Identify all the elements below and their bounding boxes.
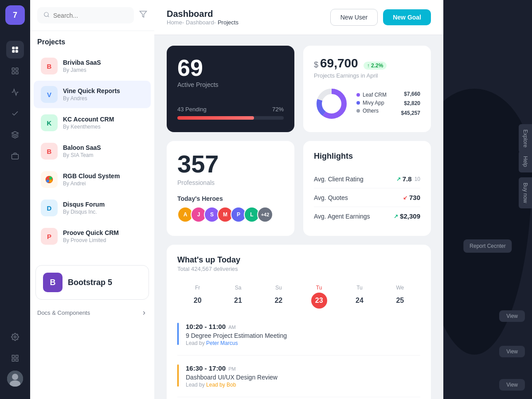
project-item[interactable]: RGB Cloud System By Andrei xyxy=(34,166,151,193)
professionals-label: Professionals xyxy=(177,179,284,186)
main-content: Dashboard Home- Dashboard- Projects New … xyxy=(154,0,443,399)
sidebar-icon-settings[interactable] xyxy=(6,328,24,346)
sidebar-avatar[interactable]: 7 xyxy=(5,5,25,25)
dashboard-body: 69 Active Projects 43 Pending 72% $ 69,7… xyxy=(154,35,443,399)
project-item[interactable]: K KC Account CRM By Keenthemes xyxy=(34,109,151,137)
project-item[interactable]: V Vine Quick Reports By Andres xyxy=(34,81,151,108)
earnings-label: Projects Earnings in April xyxy=(314,72,420,79)
highlight-label: Avg. Client Rating xyxy=(314,176,364,183)
calendar-day[interactable]: Tu 23 xyxy=(299,281,339,312)
progress-pct: 72% xyxy=(272,106,284,113)
project-icon: B xyxy=(41,58,58,74)
heroes-label: Today's Heroes xyxy=(177,195,284,202)
earnings-amount: 69,700 xyxy=(320,56,358,70)
event-lead-link[interactable]: Lead by Bob xyxy=(206,382,236,388)
event-ampm: PM xyxy=(228,366,236,372)
project-info: KC Account CRM By Keenthemes xyxy=(63,116,144,130)
events-list: 10:20 - 11:00 AM 9 Degree Project Estima… xyxy=(177,323,420,399)
day-number: 21 xyxy=(230,293,246,309)
legend-mivy-label: Mivy App xyxy=(363,100,384,106)
sidebar-icon-briefcase[interactable] xyxy=(6,147,24,165)
bootstrap-label: Bootstrap 5 xyxy=(68,278,112,287)
amount-mivy: $2,820 xyxy=(401,99,420,109)
event-lead: Lead by Lead by Bob xyxy=(186,382,278,388)
day-name: Sa xyxy=(218,285,258,291)
event-item: 16:30 - 17:00 PM Dashboard UI/UX Design … xyxy=(177,364,420,397)
progress-bar-fill xyxy=(177,116,254,120)
highlight-row: Avg. Agent Earnings ↗ $2,309 xyxy=(314,207,420,225)
legend-mivy: Mivy App xyxy=(356,100,394,106)
event-title: 9 Degree Project Estimation Meeting xyxy=(186,332,287,339)
earnings-badge: ↑ 2.2% xyxy=(364,62,387,70)
view-button-2[interactable]: View xyxy=(499,346,525,357)
day-name: Tu xyxy=(299,285,339,291)
project-icon: V xyxy=(41,86,58,103)
buynow-tab[interactable]: Buy now xyxy=(519,177,532,208)
calendar-day[interactable]: Su 22 xyxy=(258,281,299,312)
right-panel: Explore Help Buy now Report Cecnter View… xyxy=(443,0,532,399)
view-button-3[interactable]: View xyxy=(499,379,525,391)
help-tab[interactable]: Help xyxy=(519,151,532,172)
day-number: 25 xyxy=(392,293,408,309)
legend-leaf-label: Leaf CRM xyxy=(363,92,387,98)
svg-rect-9 xyxy=(12,154,19,159)
search-input[interactable] xyxy=(53,12,128,19)
donut-section: Leaf CRM Mivy App Others $7,660 xyxy=(314,86,420,121)
header-actions: New User New Goal xyxy=(330,9,431,26)
project-item[interactable]: B Baloon SaaS By SIA Team xyxy=(34,137,151,165)
sidebar-icon-grid2[interactable] xyxy=(6,349,24,367)
user-avatar[interactable] xyxy=(7,371,23,387)
day-number: 22 xyxy=(270,293,286,309)
highlights-title: Highlights xyxy=(314,152,420,161)
calendar-day[interactable]: Sa 21 xyxy=(218,281,258,312)
highlight-row: Avg. Quotes ↙ 730 xyxy=(314,188,420,207)
calendar-day[interactable]: Tu 24 xyxy=(339,281,379,312)
svg-rect-11 xyxy=(12,355,14,357)
search-bar xyxy=(30,0,154,31)
event-lead: Lead by Peter Marcus xyxy=(186,340,287,346)
project-info: RGB Cloud System By Andrei xyxy=(63,172,144,187)
sidebar-icon-dashboard[interactable] xyxy=(6,62,24,80)
highlight-label: Avg. Quotes xyxy=(314,194,348,201)
sidebar-icon-grid[interactable] xyxy=(6,41,24,59)
event-time: 16:30 - 17:00 PM xyxy=(186,364,278,372)
event-details: 16:30 - 17:00 PM Dashboard UI/UX Design … xyxy=(186,364,278,388)
bootstrap-card[interactable]: B Bootstrap 5 xyxy=(35,265,149,300)
event-lead-link[interactable]: Peter Marcus xyxy=(206,340,238,346)
explore-tab[interactable]: Explore xyxy=(519,124,532,153)
projects-title: Projects xyxy=(30,31,154,51)
docs-link[interactable]: Docs & Components xyxy=(30,305,154,321)
day-number: 24 xyxy=(352,293,368,309)
project-item[interactable]: B Briviba SaaS By James xyxy=(34,52,151,80)
report-center-button[interactable]: Report Cecnter xyxy=(463,239,512,253)
sidebar-icon-layers[interactable] xyxy=(6,126,24,144)
sidebar-icon-chart[interactable] xyxy=(6,83,24,101)
highlight-value: ↙ 730 xyxy=(403,194,420,201)
svg-rect-4 xyxy=(12,68,14,70)
calendar-day[interactable]: We 25 xyxy=(380,281,420,312)
svg-rect-14 xyxy=(12,359,14,361)
project-by: By James xyxy=(63,67,144,73)
project-info: Briviba SaaS By James xyxy=(63,59,144,73)
calendar-section: What's up Today Total 424,567 deliveries… xyxy=(167,245,431,399)
project-item[interactable]: P Proove Quick CRM By Proove Limited xyxy=(34,223,151,250)
hero-avatar: +42 xyxy=(257,207,273,223)
amount-others: $45,257 xyxy=(401,109,420,118)
new-goal-button[interactable]: New Goal xyxy=(383,9,431,25)
calendar-day[interactable]: Fr 20 xyxy=(177,281,218,312)
filter-button[interactable] xyxy=(139,10,147,20)
svg-rect-5 xyxy=(16,68,18,70)
top-cards-row: 69 Active Projects 43 Pending 72% $ 69,7… xyxy=(167,46,431,132)
view-button-1[interactable]: View xyxy=(499,310,525,322)
whatsup-subtitle: Total 424,567 deliveries xyxy=(177,266,420,272)
breadcrumb: Home- Dashboard- Projects xyxy=(167,19,239,26)
project-item[interactable]: D Disqus Forum By Disqus Inc. xyxy=(34,194,151,222)
sidebar-icon-check[interactable] xyxy=(6,105,24,122)
earnings-header: $ 69,700 ↑ 2.2% xyxy=(314,56,420,70)
svg-marker-8 xyxy=(12,132,19,135)
project-by: By Andres xyxy=(63,95,144,102)
new-user-button[interactable]: New User xyxy=(330,9,378,26)
svg-rect-2 xyxy=(12,50,15,53)
active-label: Active Projects xyxy=(177,81,284,88)
svg-rect-13 xyxy=(16,359,18,361)
